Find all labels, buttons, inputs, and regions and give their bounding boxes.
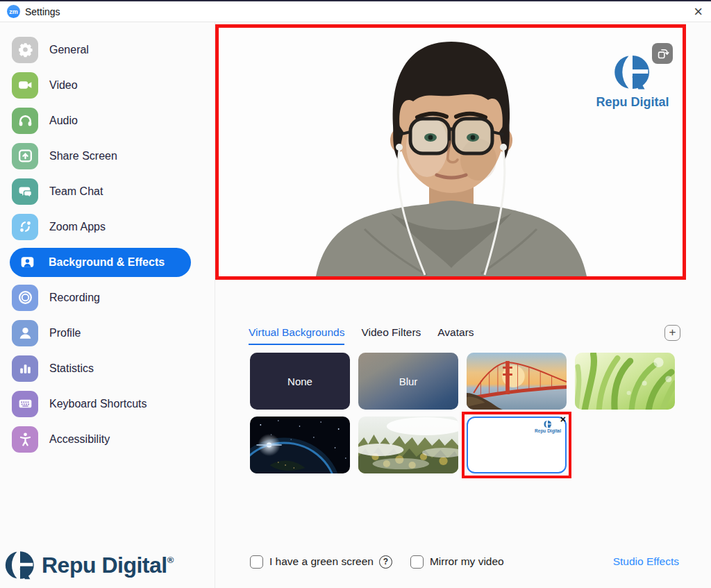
repu-digital-watermark: Repu Digital® [4,549,174,581]
sidebar-item-general[interactable]: General [0,32,215,67]
sidebar-item-label: Recording [49,292,100,304]
sidebar-item-label: Audio [49,115,78,127]
gear-icon [12,37,38,63]
keyboard-icon [12,391,38,417]
mirror-video-label: Mirror my video [430,555,504,568]
custom-background-logo: Repu Digital [535,420,561,434]
tile-label: None [250,353,350,410]
sidebar-item-audio[interactable]: Audio [0,103,215,138]
title-bar: zm Settings × [0,1,711,22]
sidebar-item-label: Zoom Apps [49,221,106,233]
registered-mark: ® [167,555,174,565]
earth-thumbnail [250,417,350,473]
video-camera-icon [12,72,38,99]
green-screen-checkbox[interactable] [250,555,263,569]
sidebar-item-share-screen[interactable]: Share Screen [0,138,215,174]
sidebar-item-accessibility[interactable]: Accessibility [0,421,215,457]
custom-background-logo-text: Repu Digital [535,429,561,434]
share-screen-icon [12,143,38,169]
sidebar-item-label: Team Chat [49,185,103,198]
sidebar-item-background-effects[interactable]: Background & Effects [10,248,191,277]
bridge-thumbnail [467,353,567,410]
studio-effects-link[interactable]: Studio Effects [613,555,679,568]
repu-digital-logo-icon [613,53,652,92]
sidebar-item-label: Video [49,79,78,92]
sidebar-item-statistics[interactable]: Statistics [0,351,215,386]
background-effects-icon [14,249,40,276]
close-icon[interactable]: × [694,2,703,22]
tab-virtual-backgrounds[interactable]: Virtual Backgrounds [249,326,344,345]
background-tile-blur[interactable]: Blur [358,353,458,410]
background-tile-golden-gate-bridge[interactable] [467,353,567,410]
repu-digital-logo-icon [544,420,552,428]
background-tile-earth[interactable] [250,417,350,473]
background-options-footer: I have a green screen ? Mirror my video … [250,551,679,572]
forest-thumbnail [358,417,458,473]
sidebar-item-team-chat[interactable]: Team Chat [0,174,215,209]
repu-digital-logo-icon [4,549,36,581]
window-title: Settings [25,6,60,17]
help-icon[interactable]: ? [379,555,392,569]
background-tile-none[interactable]: None [250,353,350,410]
sidebar-item-zoom-apps[interactable]: Zoom Apps [0,209,215,244]
sidebar-item-video[interactable]: Video [0,67,215,103]
add-background-button[interactable]: + [664,325,680,341]
statistics-icon [12,355,38,382]
tab-video-filters[interactable]: Video Filters [361,326,421,345]
sidebar-item-label: Statistics [49,362,94,375]
grass-thumbnail [575,353,675,410]
settings-sidebar: General Video Audio Share Screen Team Ch [0,22,215,588]
background-cell-custom: Repu Digital × [467,417,567,473]
tile-label: Blur [358,353,458,410]
headphones-icon [12,108,38,134]
recording-icon [12,285,38,311]
rotate-video-button[interactable] [652,43,673,64]
delete-background-icon[interactable]: × [560,414,566,424]
sidebar-item-label: Share Screen [49,150,117,162]
watermark-text: Repu Digital® [42,553,174,578]
sidebar-item-label: Accessibility [49,433,110,446]
video-preview: Repu Digital [215,24,686,280]
sidebar-item-label: General [49,44,89,56]
sidebar-list: General Video Audio Share Screen Team Ch [0,32,215,457]
sidebar-item-label: Background & Effects [49,256,165,269]
zoom-app-icon: zm [7,5,20,18]
sidebar-item-recording[interactable]: Recording [0,280,215,315]
rotate-icon [656,47,669,60]
accessibility-icon [12,426,38,453]
window-top-edge [0,0,711,1]
sidebar-item-label: Profile [49,327,81,339]
tab-avatars[interactable]: Avatars [437,326,474,345]
green-screen-label: I have a green screen [269,555,374,568]
sidebar-item-label: Keyboard Shortcuts [49,398,147,410]
mirror-video-checkbox[interactable] [410,555,424,569]
zoom-apps-icon [12,214,38,240]
background-tile-forest[interactable] [358,417,458,473]
preview-logo-text: Repu Digital [587,95,678,110]
sidebar-item-profile[interactable]: Profile [0,315,215,351]
chat-bubbles-icon [12,178,38,205]
virtual-background-grid: None Blur [250,353,675,473]
sidebar-item-keyboard-shortcuts[interactable]: Keyboard Shortcuts [0,386,215,421]
background-tile-grass[interactable] [575,353,675,410]
background-tile-repu-digital[interactable]: Repu Digital × [467,417,567,473]
profile-icon [12,320,38,346]
effects-tabs: Virtual Backgrounds Video Filters Avatar… [249,326,474,345]
